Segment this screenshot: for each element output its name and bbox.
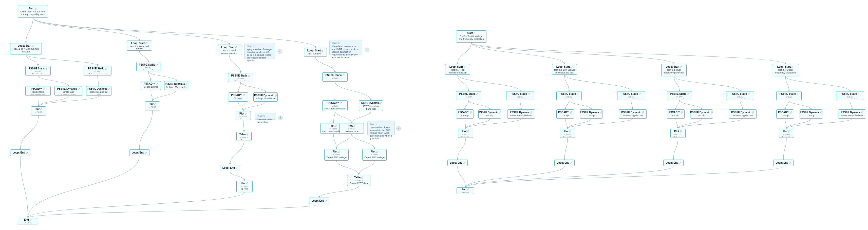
flow-node-n65[interactable]: PSS®E DynamicOF trip: [690, 109, 713, 119]
flow-node-n1[interactable]: StartSMIB - Test 7: Fault ride-through c…: [18, 5, 48, 18]
flow-node-n23[interactable]: Loop: End: [220, 165, 240, 171]
node-subtitle: in SAV: [677, 96, 683, 98]
flow-node-n20[interactable]: PSS®E DynamicVoltage disturbance: [253, 93, 278, 102]
flow-node-n30[interactable]: Plotin PLOTCalculate LVRT enter and exit…: [340, 123, 364, 134]
flow-node-n42[interactable]: PSS®E Staticin SAVFlat start the generat…: [456, 91, 482, 100]
external-link-icon: [376, 150, 378, 153]
flow-node-n45[interactable]: PSS®E DynamicOV trip: [478, 109, 501, 119]
note-note2[interactable]: ⓘ NOTECalculate delta Iq injection…: [255, 113, 276, 120]
flow-node-n54[interactable]: PSCAD™UV trip: [556, 109, 574, 119]
node-title: Start: [467, 32, 475, 35]
flow-node-n22[interactable]: Tablein TABLEExport results: [237, 132, 252, 141]
node-body: OF trip: [698, 114, 705, 117]
flow-node-n57[interactable]: Plotin PLOTOutput to PDF: [560, 129, 575, 138]
flow-node-n16[interactable]: Loop: End: [129, 150, 150, 156]
node-title: PSCAD™: [144, 82, 158, 85]
node-title: PSS®E Static: [779, 93, 798, 96]
external-link-icon: [35, 7, 37, 10]
flow-node-n49[interactable]: Endin END: [457, 188, 474, 194]
flow-node-n48[interactable]: Loop: End: [447, 160, 468, 166]
flow-node-n2[interactable]: Loop: StartTest 7.1 or 7.1.2 Fault ride-…: [10, 43, 42, 55]
flow-node-n28[interactable]: PSS®E DynamicLVRT transition band test: [359, 100, 383, 111]
edge-n72-n75: [789, 100, 811, 109]
flow-node-n73[interactable]: PSS®E Staticin SAVSetup applied test dis…: [836, 91, 864, 100]
flow-node-n67[interactable]: Plotin PLOTOutput to PDF: [671, 129, 686, 138]
flow-node-n15[interactable]: Plotin PLOTOutput to PDF: [145, 101, 160, 110]
flow-node-n47[interactable]: Plotin PLOTOutput to PDF: [458, 129, 473, 138]
edge-n20-n21: [243, 102, 266, 111]
flow-node-n6[interactable]: PSS®E DynamicSingle fault benchmarking: [55, 86, 82, 96]
external-link-icon: [464, 65, 466, 68]
flow-node-n76[interactable]: PSS®E DynamicGenerate applied test: [838, 109, 866, 119]
flow-node-n66[interactable]: PSS®E DynamicGenerate applied test: [728, 109, 756, 119]
flow-node-n32[interactable]: Plotin PLOTExport POC voltage transition…: [362, 149, 386, 161]
flow-node-n58[interactable]: Loop: End: [554, 160, 575, 166]
flow-node-n27[interactable]: PSCAD™in SAVLVRT transition band test: [322, 100, 348, 111]
flow-node-n56[interactable]: PSS®E DynamicGenerate applied test: [619, 109, 647, 119]
note-info-icon[interactable]: i: [277, 49, 282, 54]
flow-node-n68[interactable]: Loop: End: [663, 160, 684, 166]
flow-node-n77[interactable]: Plotin PLOTOutput to PDF: [779, 129, 794, 138]
flow-node-n64[interactable]: PSCAD™OF trip: [667, 109, 685, 119]
flow-node-n75[interactable]: PSS®E DynamicUF trip: [800, 109, 823, 119]
flow-node-n4[interactable]: PSS®E Staticin SAVSetup applied test dis…: [84, 66, 112, 75]
flow-node-n13[interactable]: PSCAD™6x 2ph 120ms faults: [141, 81, 161, 90]
flow-node-n21[interactable]: Plotin PLOTExport results: [236, 111, 251, 120]
note-note3[interactable]: ⓘ NOTEThere is no reference to any HVRT …: [329, 40, 362, 55]
flow-node-n63[interactable]: PSS®E Staticin SAVSetup applied test dis…: [726, 91, 754, 100]
node-title: Plot: [241, 182, 248, 185]
node-body: SMIB - Test 8: Voltage and frequency pro…: [458, 35, 485, 41]
flow-node-n11[interactable]: Loop: StartTest 7.2: Balanced MFRT: [127, 40, 152, 51]
note-note1[interactable]: ⓘ NOTEApply a series of voltage disturba…: [245, 43, 275, 59]
flow-node-n31[interactable]: Plotin PLOTExport POC voltage transition…: [324, 149, 349, 161]
flow-node-n46[interactable]: PSS®E DynamicGenerate applied test: [507, 109, 535, 119]
flow-node-n24[interactable]: Plotin PLOTIq FRT injection curve delta: [237, 180, 253, 192]
flow-node-n41[interactable]: Loop: StartTest 8.1: High voltage protec…: [445, 64, 470, 75]
flow-node-n3[interactable]: PSS®E Staticin SAVFlat start the generat…: [25, 66, 51, 75]
flow-node-n71[interactable]: Loop: StartTest 8.4: Under frequency pro…: [772, 64, 799, 76]
external-link-icon: [530, 111, 532, 114]
node-subtitle: in PLOT: [783, 133, 790, 135]
flow-node-n26[interactable]: PSS®E Staticin SAVFlat start the generat…: [322, 72, 348, 81]
node-title: PSS®E Static: [88, 67, 107, 70]
flow-node-n34[interactable]: Loop: End: [309, 198, 329, 204]
note-header: ⓘ NOTE: [370, 123, 393, 126]
node-subtitle: in SAV: [94, 70, 101, 73]
flow-node-n52[interactable]: PSS®E Staticin SAVFlat start the generat…: [556, 91, 582, 100]
note-info-icon[interactable]: i: [365, 47, 369, 52]
flow-node-n7[interactable]: PSS®E DynamicGenerate applied test: [86, 86, 112, 96]
flow-node-n14[interactable]: PSS®E Dynamic6x 2ph 120ms faults: [164, 81, 188, 90]
flow-node-n44[interactable]: PSCAD™OV trip: [456, 109, 474, 119]
flow-node-n19[interactable]: PSCAD™Voltage disturbance: [228, 93, 248, 102]
note-note4[interactable]: ⓘ NOTEUse a series of plots to calculate…: [367, 121, 395, 135]
flow-node-n33[interactable]: Tablein TABLEOutput LVRT data to CSV: [347, 175, 370, 186]
edge-n27-n30: [335, 111, 352, 123]
edge-n18-n20: [241, 82, 266, 93]
node-subtitle: in PLOT: [564, 133, 571, 135]
note-info-icon[interactable]: i: [278, 116, 283, 120]
flow-node-n78[interactable]: Loop: End: [773, 160, 794, 166]
node-title: PSS®E Static: [510, 93, 529, 96]
flow-node-n8[interactable]: Plotin PLOTOutput to PDF: [31, 106, 46, 116]
flow-node-n43[interactable]: PSS®E Staticin SAVSetup applied test dis…: [506, 91, 534, 100]
flow-node-n5[interactable]: PSCAD™Single fault benchmarking: [25, 86, 51, 96]
flow-node-n72[interactable]: PSS®E Staticin SAVFlat start the generat…: [776, 91, 802, 100]
flow-node-n62[interactable]: PSS®E Staticin SAVFlat start the generat…: [667, 91, 692, 100]
flow-node-n74[interactable]: PSCAD™UF trip: [776, 109, 794, 119]
flow-node-n61[interactable]: Loop: StartTest 8.3: Over frequency prot…: [661, 64, 687, 76]
edge-n22-n23: [230, 141, 244, 165]
flow-node-n25[interactable]: Loop: StartTest 7.4: LVRT: [304, 47, 327, 57]
node-body: OV trip: [461, 114, 468, 117]
flow-node-n17[interactable]: Loop: StartTest 7.3: Fault current injec…: [217, 44, 242, 55]
flow-node-n10[interactable]: Endin END: [18, 218, 38, 224]
flow-node-n12[interactable]: PSS®E Staticin SAVFlat start the generat…: [136, 62, 160, 71]
flow-node-n40[interactable]: StartSMIB - Test 8: Voltage and frequenc…: [456, 30, 487, 42]
flow-node-n53[interactable]: PSS®E Staticin SAVSetup applied test dis…: [617, 91, 645, 100]
flow-node-n18[interactable]: PSS®E Staticin SAVFlat start the generat…: [228, 73, 253, 82]
external-link-icon: [748, 93, 750, 96]
note-info-icon[interactable]: i: [396, 126, 401, 131]
flow-node-n55[interactable]: PSS®E DynamicUV trip: [580, 109, 602, 119]
flow-node-n51[interactable]: Loop: StartTest 8.2: Low voltage protect…: [552, 64, 577, 75]
flow-node-n9[interactable]: Loop: End: [10, 150, 30, 156]
edge-n4-n7: [97, 75, 99, 86]
